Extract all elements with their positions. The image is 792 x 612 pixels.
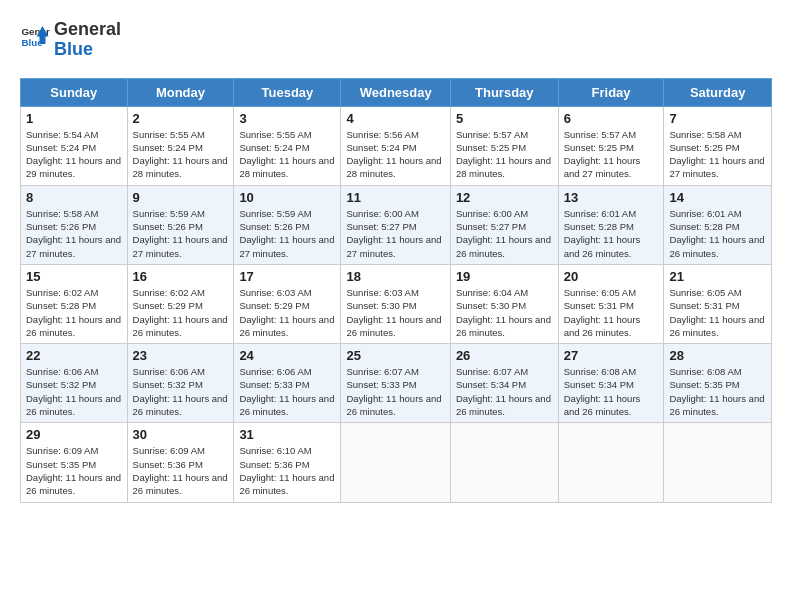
day-number: 21: [669, 269, 766, 284]
calendar-cell: 5 Sunrise: 5:57 AM Sunset: 5:25 PM Dayli…: [450, 106, 558, 185]
day-info: Sunrise: 6:05 AM Sunset: 5:31 PM Dayligh…: [564, 286, 659, 339]
calendar-cell: 20 Sunrise: 6:05 AM Sunset: 5:31 PM Dayl…: [558, 264, 664, 343]
calendar-cell: 27 Sunrise: 6:08 AM Sunset: 5:34 PM Dayl…: [558, 344, 664, 423]
calendar-cell: 12 Sunrise: 6:00 AM Sunset: 5:27 PM Dayl…: [450, 185, 558, 264]
calendar-body: 1 Sunrise: 5:54 AM Sunset: 5:24 PM Dayli…: [21, 106, 772, 502]
calendar-cell: 9 Sunrise: 5:59 AM Sunset: 5:26 PM Dayli…: [127, 185, 234, 264]
day-header-friday: Friday: [558, 78, 664, 106]
day-info: Sunrise: 6:06 AM Sunset: 5:32 PM Dayligh…: [133, 365, 229, 418]
day-number: 19: [456, 269, 553, 284]
day-header-saturday: Saturday: [664, 78, 772, 106]
calendar-cell: [450, 423, 558, 502]
day-number: 10: [239, 190, 335, 205]
week-row-5: 29 Sunrise: 6:09 AM Sunset: 5:35 PM Dayl…: [21, 423, 772, 502]
day-info: Sunrise: 6:00 AM Sunset: 5:27 PM Dayligh…: [456, 207, 553, 260]
day-info: Sunrise: 5:58 AM Sunset: 5:26 PM Dayligh…: [26, 207, 122, 260]
calendar: SundayMondayTuesdayWednesdayThursdayFrid…: [20, 78, 772, 503]
calendar-header: SundayMondayTuesdayWednesdayThursdayFrid…: [21, 78, 772, 106]
day-number: 28: [669, 348, 766, 363]
day-number: 17: [239, 269, 335, 284]
day-number: 16: [133, 269, 229, 284]
day-number: 31: [239, 427, 335, 442]
logo-icon: General Blue: [20, 20, 50, 50]
day-info: Sunrise: 6:06 AM Sunset: 5:32 PM Dayligh…: [26, 365, 122, 418]
day-number: 13: [564, 190, 659, 205]
calendar-cell: 11 Sunrise: 6:00 AM Sunset: 5:27 PM Dayl…: [341, 185, 450, 264]
day-header-tuesday: Tuesday: [234, 78, 341, 106]
day-number: 3: [239, 111, 335, 126]
calendar-cell: 30 Sunrise: 6:09 AM Sunset: 5:36 PM Dayl…: [127, 423, 234, 502]
calendar-cell: 10 Sunrise: 5:59 AM Sunset: 5:26 PM Dayl…: [234, 185, 341, 264]
day-number: 1: [26, 111, 122, 126]
day-header-sunday: Sunday: [21, 78, 128, 106]
day-number: 12: [456, 190, 553, 205]
day-number: 25: [346, 348, 444, 363]
logo-text: General Blue: [54, 20, 121, 60]
day-info: Sunrise: 5:55 AM Sunset: 5:24 PM Dayligh…: [239, 128, 335, 181]
day-number: 14: [669, 190, 766, 205]
day-header-wednesday: Wednesday: [341, 78, 450, 106]
day-info: Sunrise: 6:01 AM Sunset: 5:28 PM Dayligh…: [669, 207, 766, 260]
calendar-cell: 7 Sunrise: 5:58 AM Sunset: 5:25 PM Dayli…: [664, 106, 772, 185]
day-number: 4: [346, 111, 444, 126]
day-number: 6: [564, 111, 659, 126]
day-info: Sunrise: 5:57 AM Sunset: 5:25 PM Dayligh…: [456, 128, 553, 181]
day-info: Sunrise: 6:02 AM Sunset: 5:29 PM Dayligh…: [133, 286, 229, 339]
week-row-2: 8 Sunrise: 5:58 AM Sunset: 5:26 PM Dayli…: [21, 185, 772, 264]
day-number: 7: [669, 111, 766, 126]
day-number: 30: [133, 427, 229, 442]
day-info: Sunrise: 6:07 AM Sunset: 5:34 PM Dayligh…: [456, 365, 553, 418]
day-number: 20: [564, 269, 659, 284]
calendar-cell: 6 Sunrise: 5:57 AM Sunset: 5:25 PM Dayli…: [558, 106, 664, 185]
day-number: 11: [346, 190, 444, 205]
day-header-thursday: Thursday: [450, 78, 558, 106]
calendar-cell: 18 Sunrise: 6:03 AM Sunset: 5:30 PM Dayl…: [341, 264, 450, 343]
week-row-4: 22 Sunrise: 6:06 AM Sunset: 5:32 PM Dayl…: [21, 344, 772, 423]
day-number: 9: [133, 190, 229, 205]
day-number: 22: [26, 348, 122, 363]
calendar-cell: [664, 423, 772, 502]
logo-blue: Blue: [54, 39, 93, 59]
calendar-cell: [558, 423, 664, 502]
day-info: Sunrise: 6:09 AM Sunset: 5:35 PM Dayligh…: [26, 444, 122, 497]
calendar-cell: 19 Sunrise: 6:04 AM Sunset: 5:30 PM Dayl…: [450, 264, 558, 343]
day-info: Sunrise: 5:55 AM Sunset: 5:24 PM Dayligh…: [133, 128, 229, 181]
calendar-cell: 15 Sunrise: 6:02 AM Sunset: 5:28 PM Dayl…: [21, 264, 128, 343]
week-row-3: 15 Sunrise: 6:02 AM Sunset: 5:28 PM Dayl…: [21, 264, 772, 343]
logo: General Blue General Blue: [20, 20, 121, 60]
logo-general: General: [54, 19, 121, 39]
day-info: Sunrise: 6:03 AM Sunset: 5:29 PM Dayligh…: [239, 286, 335, 339]
calendar-cell: 17 Sunrise: 6:03 AM Sunset: 5:29 PM Dayl…: [234, 264, 341, 343]
day-info: Sunrise: 5:58 AM Sunset: 5:25 PM Dayligh…: [669, 128, 766, 181]
day-header-monday: Monday: [127, 78, 234, 106]
day-info: Sunrise: 6:08 AM Sunset: 5:34 PM Dayligh…: [564, 365, 659, 418]
day-info: Sunrise: 6:08 AM Sunset: 5:35 PM Dayligh…: [669, 365, 766, 418]
day-number: 8: [26, 190, 122, 205]
day-info: Sunrise: 5:59 AM Sunset: 5:26 PM Dayligh…: [239, 207, 335, 260]
page-container: General Blue General Blue SundayMondayTu…: [20, 20, 772, 503]
day-info: Sunrise: 5:59 AM Sunset: 5:26 PM Dayligh…: [133, 207, 229, 260]
day-number: 29: [26, 427, 122, 442]
day-info: Sunrise: 6:06 AM Sunset: 5:33 PM Dayligh…: [239, 365, 335, 418]
day-number: 18: [346, 269, 444, 284]
day-number: 23: [133, 348, 229, 363]
day-info: Sunrise: 5:57 AM Sunset: 5:25 PM Dayligh…: [564, 128, 659, 181]
day-info: Sunrise: 6:10 AM Sunset: 5:36 PM Dayligh…: [239, 444, 335, 497]
calendar-cell: 28 Sunrise: 6:08 AM Sunset: 5:35 PM Dayl…: [664, 344, 772, 423]
calendar-cell: 31 Sunrise: 6:10 AM Sunset: 5:36 PM Dayl…: [234, 423, 341, 502]
calendar-cell: 4 Sunrise: 5:56 AM Sunset: 5:24 PM Dayli…: [341, 106, 450, 185]
day-info: Sunrise: 5:56 AM Sunset: 5:24 PM Dayligh…: [346, 128, 444, 181]
calendar-cell: 29 Sunrise: 6:09 AM Sunset: 5:35 PM Dayl…: [21, 423, 128, 502]
day-info: Sunrise: 6:05 AM Sunset: 5:31 PM Dayligh…: [669, 286, 766, 339]
day-number: 26: [456, 348, 553, 363]
day-info: Sunrise: 6:07 AM Sunset: 5:33 PM Dayligh…: [346, 365, 444, 418]
day-info: Sunrise: 5:54 AM Sunset: 5:24 PM Dayligh…: [26, 128, 122, 181]
day-info: Sunrise: 6:02 AM Sunset: 5:28 PM Dayligh…: [26, 286, 122, 339]
calendar-cell: 26 Sunrise: 6:07 AM Sunset: 5:34 PM Dayl…: [450, 344, 558, 423]
day-number: 15: [26, 269, 122, 284]
calendar-cell: 24 Sunrise: 6:06 AM Sunset: 5:33 PM Dayl…: [234, 344, 341, 423]
calendar-cell: 8 Sunrise: 5:58 AM Sunset: 5:26 PM Dayli…: [21, 185, 128, 264]
days-of-week-row: SundayMondayTuesdayWednesdayThursdayFrid…: [21, 78, 772, 106]
calendar-cell: 21 Sunrise: 6:05 AM Sunset: 5:31 PM Dayl…: [664, 264, 772, 343]
week-row-1: 1 Sunrise: 5:54 AM Sunset: 5:24 PM Dayli…: [21, 106, 772, 185]
